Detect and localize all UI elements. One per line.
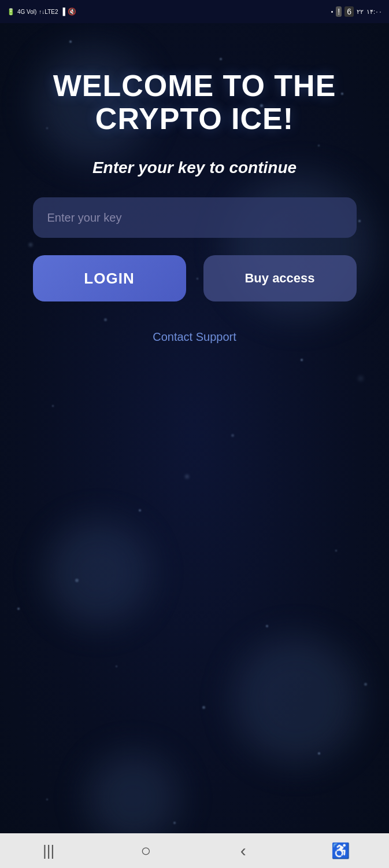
dot-icon: • <box>331 9 334 15</box>
buy-access-button[interactable]: Buy access <box>203 255 357 301</box>
contact-support-link[interactable]: Contact Support <box>153 330 236 344</box>
badge-icon: 6 <box>344 6 354 17</box>
nav-bar: ||| ○ ‹ ♿ <box>0 833 389 868</box>
status-right: • ! 6 ٢٢ ۱۴:۰۰ <box>331 6 382 17</box>
alert-icon: ! <box>336 6 342 17</box>
status-left: 🔋 4G Vol) ↑↓LTE2 ▐ 🔇 <box>7 8 76 16</box>
battery-icon: 🔋 <box>7 8 15 16</box>
nav-accessibility-button[interactable]: ♿ <box>329 839 352 862</box>
nav-back-button[interactable]: ‹ <box>232 839 255 862</box>
app-subtitle: Enter your key to continue <box>92 159 297 177</box>
accessibility-icon: ♿ <box>331 842 350 860</box>
login-button[interactable]: LOGIN <box>33 255 186 301</box>
key-input[interactable] <box>33 197 357 238</box>
back-icon: ‹ <box>240 841 246 860</box>
time-display: ۱۴:۰۰ <box>366 8 382 16</box>
buttons-row: LOGIN Buy access <box>33 255 357 301</box>
nav-home-button[interactable]: ○ <box>134 839 157 862</box>
status-bar: 🔋 4G Vol) ↑↓LTE2 ▐ 🔇 • ! 6 ٢٢ ۱۴:۰۰ <box>0 0 389 23</box>
battery-percent: ٢٢ <box>357 8 364 16</box>
app-title: WELCOME TO THE CRYPTO ICE! <box>53 69 336 135</box>
signal-text: 4G Vol) <box>17 9 36 15</box>
lte-text: ↑↓LTE2 <box>39 9 58 15</box>
nav-menu-button[interactable]: ||| <box>37 839 60 862</box>
main-content: WELCOME TO THE CRYPTO ICE! Enter your ke… <box>0 23 389 833</box>
signal2-icon: ▐ <box>61 8 66 16</box>
mute-icon: 🔇 <box>68 8 76 16</box>
home-icon: ○ <box>140 841 151 860</box>
menu-icon: ||| <box>43 842 54 860</box>
